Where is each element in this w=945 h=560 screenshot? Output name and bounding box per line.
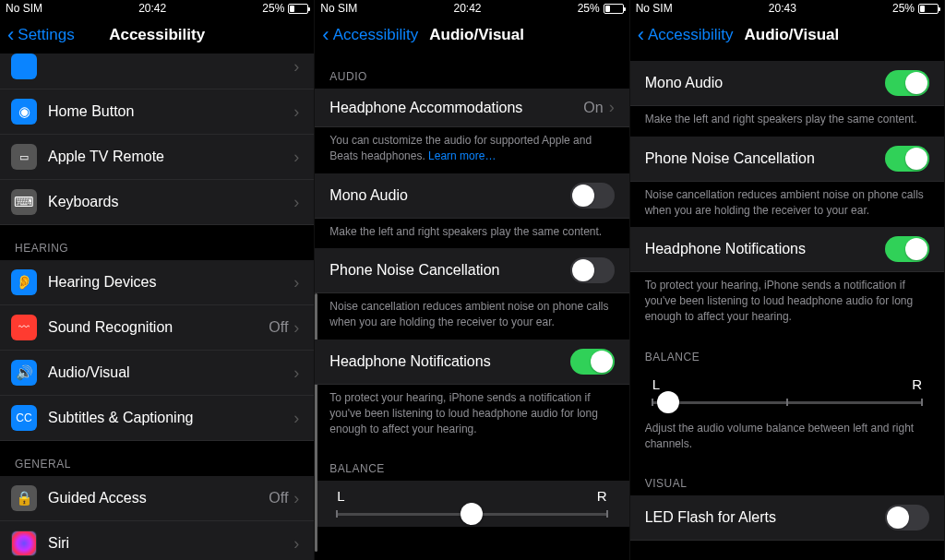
back-label: Settings: [18, 26, 74, 44]
content: Mono Audio Make the left and right speak…: [630, 54, 944, 560]
balance-slider-row: L R: [315, 481, 628, 527]
chevron-right-icon: ›: [293, 363, 299, 383]
balance-right-label: R: [597, 488, 607, 504]
row-label: Hearing Devices: [48, 274, 293, 291]
section-header-balance: BALANCE: [315, 446, 628, 481]
nav-bar: ‹ Accessibility Audio/Visual: [630, 17, 944, 54]
row-label: Mono Audio: [329, 187, 569, 204]
row-label: LED Flash for Alerts: [645, 509, 885, 526]
footer-hpnotif: To protect your hearing, iPhone sends a …: [630, 272, 944, 333]
row-label: Phone Noise Cancellation: [329, 262, 569, 279]
toggle-noise-cancellation[interactable]: [885, 146, 929, 172]
row-audio-visual[interactable]: 🔊 Audio/Visual ›: [0, 351, 314, 396]
home-icon: ◉: [11, 99, 37, 125]
row-label: Siri: [48, 535, 293, 552]
nav-bar: ‹ Accessibility Audio/Visual: [315, 17, 628, 54]
battery-pct: 25%: [262, 2, 284, 15]
chevron-left-icon: ‹: [638, 25, 644, 45]
slider-thumb[interactable]: [461, 503, 483, 525]
status-bar: No SIM 20:42 25%: [0, 0, 314, 17]
row-sound-recognition[interactable]: 〰 Sound Recognition Off ›: [0, 305, 314, 351]
section-header-audio: AUDIO: [315, 54, 628, 89]
chevron-right-icon: ›: [293, 148, 299, 167]
row-siri[interactable]: Siri ›: [0, 521, 314, 560]
row-label: Subtitles & Captioning: [48, 410, 293, 426]
chevron-right-icon: ›: [293, 102, 299, 122]
chevron-right-icon: ›: [293, 57, 299, 77]
back-button[interactable]: ‹ Accessibility: [638, 25, 734, 45]
footer-noise: Noise cancellation reduces ambient noise…: [630, 182, 944, 228]
row-label: Headphone Notifications: [645, 241, 885, 257]
battery-icon: [604, 4, 624, 14]
screen-accessibility: No SIM 20:42 25% ‹ Settings Accessibilit…: [0, 0, 315, 560]
chevron-right-icon: ›: [293, 534, 299, 554]
learn-more-link[interactable]: Learn more…: [428, 149, 496, 162]
row-headphone-accommodations[interactable]: Headphone Accommodations On ›: [315, 89, 628, 127]
footer-hpnotif: To protect your hearing, iPhone sends a …: [315, 385, 628, 446]
row-mono-audio: Mono Audio: [630, 61, 944, 106]
balance-slider[interactable]: [337, 513, 606, 516]
row-appletv-remote[interactable]: ▭ Apple TV Remote ›: [0, 135, 314, 180]
toggle-noise-cancellation[interactable]: [570, 257, 615, 283]
balance-slider[interactable]: [652, 401, 922, 404]
battery-pct: 25%: [578, 2, 600, 15]
chevron-right-icon: ›: [293, 318, 299, 338]
balance-left-label: L: [337, 488, 344, 504]
nav-bar: ‹ Settings Accessibility: [0, 17, 314, 54]
row-hearing-devices[interactable]: 👂 Hearing Devices ›: [0, 260, 314, 305]
row-partial[interactable]: ›: [0, 54, 314, 89]
chevron-right-icon: ›: [293, 489, 299, 508]
footer-balance: Adjust the audio volume balance between …: [630, 415, 944, 461]
row-label: Home Button: [48, 103, 293, 120]
back-button[interactable]: ‹ Accessibility: [322, 25, 418, 45]
row-label: Mono Audio: [645, 75, 885, 91]
generic-icon: [11, 54, 37, 79]
toggle-mono-audio[interactable]: [570, 183, 615, 209]
clock: 20:42: [453, 2, 481, 15]
screen-audiovisual-top: No SIM 20:42 25% ‹ Accessibility Audio/V…: [315, 0, 629, 560]
waveform-icon: 〰: [11, 315, 37, 340]
speaker-icon: 🔊: [11, 360, 37, 386]
ear-icon: 👂: [11, 269, 37, 295]
back-button[interactable]: ‹ Settings: [7, 25, 75, 45]
section-header-general: GENERAL: [0, 441, 314, 476]
row-noise-cancellation: Phone Noise Cancellation: [630, 137, 944, 182]
scroll-indicator[interactable]: [315, 293, 317, 552]
battery-icon: [918, 4, 939, 14]
footer-mono: Make the left and right speakers play th…: [315, 219, 628, 249]
slider-thumb[interactable]: [657, 391, 679, 413]
status-bar: No SIM 20:42 25%: [315, 0, 628, 17]
siri-icon: [11, 530, 37, 556]
row-home-button[interactable]: ◉ Home Button ›: [0, 89, 314, 135]
row-label: Sound Recognition: [48, 319, 269, 336]
row-subtitles[interactable]: CC Subtitles & Captioning ›: [0, 396, 314, 441]
keyboard-icon: ⌨: [11, 189, 37, 215]
row-keyboards[interactable]: ⌨ Keyboards ›: [0, 180, 314, 225]
row-mono-audio: Mono Audio: [315, 173, 628, 219]
toggle-headphone-notifications[interactable]: [570, 349, 615, 375]
balance-left-label: L: [652, 376, 660, 392]
section-header-visual: VISUAL: [630, 460, 944, 495]
clock: 20:43: [769, 2, 796, 15]
section-header-balance: BALANCE: [630, 334, 944, 369]
row-value: Off: [269, 490, 288, 506]
row-label: Guided Access: [48, 490, 269, 506]
back-label: Accessibility: [648, 26, 734, 44]
row-led-flash[interactable]: LED Flash for Alerts: [630, 495, 944, 541]
page-title: Audio/Visual: [745, 26, 840, 44]
row-label: Audio/Visual: [48, 364, 293, 381]
balance-slider-row: L R: [630, 369, 944, 415]
caption-icon: CC: [11, 405, 37, 431]
screen-audiovisual-scrolled: No SIM 20:43 25% ‹ Accessibility Audio/V…: [630, 0, 945, 560]
row-headphone-notifications: Headphone Notifications: [315, 340, 628, 385]
row-guided-access[interactable]: 🔒 Guided Access Off ›: [0, 476, 314, 521]
toggle-mono-audio[interactable]: [885, 70, 929, 96]
carrier: No SIM: [320, 2, 357, 15]
lock-icon: 🔒: [11, 485, 37, 511]
page-title: Audio/Visual: [429, 26, 524, 44]
toggle-led-flash[interactable]: [885, 505, 929, 530]
toggle-headphone-notifications[interactable]: [885, 236, 929, 262]
balance-right-label: R: [912, 376, 922, 392]
chevron-right-icon: ›: [293, 409, 299, 428]
row-value: On: [583, 100, 603, 116]
